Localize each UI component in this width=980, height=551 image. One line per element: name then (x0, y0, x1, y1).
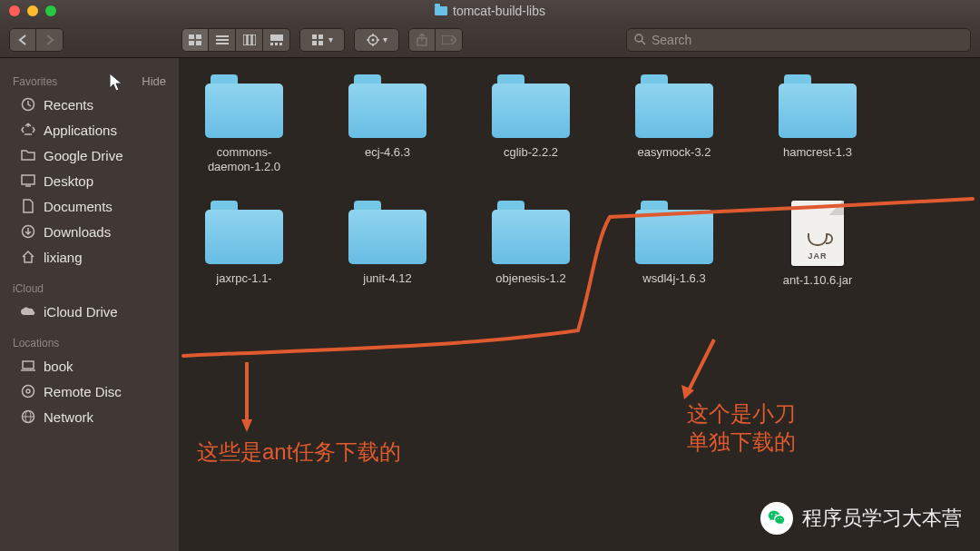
sidebar-section-icloud: iCloud (0, 279, 179, 299)
gallery-view-button[interactable] (263, 28, 290, 52)
toolbar: ▾ ▾ (0, 22, 980, 58)
svg-point-36 (26, 389, 30, 393)
svg-rect-13 (279, 43, 282, 45)
search-field[interactable] (626, 28, 971, 52)
sidebar-item-network[interactable]: Network (0, 404, 179, 429)
file-item-folder[interactable]: jaxrpc-1.1- (197, 201, 291, 288)
file-item-folder[interactable]: hamcrest-1.3 (770, 74, 865, 175)
sidebar-section-locations: Locations (0, 333, 179, 353)
file-label: wsdl4j-1.6.3 (642, 271, 705, 286)
sidebar-item-applications[interactable]: Applications (0, 117, 179, 143)
file-item-folder[interactable]: cglib-2.2.2 (484, 74, 578, 175)
file-label: cglib-2.2.2 (504, 145, 558, 160)
sidebar-item-label: Applications (44, 123, 117, 138)
file-item-folder[interactable]: objenesis-1.2 (484, 201, 578, 288)
sidebar-item-label: Remote Disc (44, 384, 122, 399)
jar-file-icon: JAR (791, 201, 844, 266)
svg-rect-16 (312, 41, 317, 45)
file-label: ecj-4.6.3 (365, 145, 410, 160)
sidebar-item-recents[interactable]: Recents (0, 92, 179, 117)
annotation-text-right: 这个是小刀 单独下载的 (687, 399, 796, 456)
sidebar-item-label: Desktop (44, 173, 93, 189)
minimize-window-button[interactable] (27, 5, 38, 16)
column-view-button[interactable] (236, 28, 263, 52)
sidebar-section-label: iCloud (13, 282, 44, 295)
file-item-folder[interactable]: wsdl4j-1.6.3 (627, 201, 721, 288)
svg-rect-11 (270, 43, 273, 45)
folder-icon (635, 74, 713, 138)
svg-rect-8 (248, 34, 251, 45)
sidebar-item-label: Downloads (44, 224, 111, 240)
svg-rect-7 (243, 34, 247, 45)
svg-point-19 (371, 38, 374, 41)
tags-button[interactable] (436, 28, 463, 52)
svg-rect-15 (318, 34, 323, 39)
svg-point-35 (23, 386, 34, 398)
sidebar-item-label: Recents (44, 97, 93, 113)
desktop-icon (20, 172, 36, 189)
sidebar-item-google-drive[interactable]: Google Drive (0, 143, 179, 168)
sidebar-item-documents[interactable]: Documents (0, 193, 179, 219)
icon-view-button[interactable] (181, 28, 209, 52)
svg-rect-10 (270, 34, 283, 41)
sidebar-section-label: Locations (13, 337, 59, 349)
back-button[interactable] (9, 28, 36, 52)
search-input[interactable] (652, 33, 963, 47)
annotation-text-left: 这些是ant任务下载的 (197, 438, 401, 467)
svg-rect-1 (196, 34, 201, 39)
clock-icon (20, 96, 36, 113)
file-item-folder[interactable]: ecj-4.6.3 (340, 74, 435, 175)
file-item-folder[interactable]: easymock-3.2 (627, 74, 721, 175)
svg-line-28 (642, 41, 645, 44)
list-view-button[interactable] (209, 28, 236, 52)
file-label: commons-daemon-1.2.0 (197, 145, 291, 175)
arrange-button[interactable]: ▾ (299, 28, 345, 52)
sidebar-section-favorites: Favorites Hide (0, 71, 179, 92)
close-window-button[interactable] (9, 5, 20, 16)
traffic-lights (9, 5, 56, 16)
globe-icon (20, 408, 36, 425)
svg-rect-33 (23, 361, 34, 369)
svg-marker-41 (241, 419, 252, 432)
sidebar-item-remote-disc[interactable]: Remote Disc (0, 379, 179, 404)
laptop-icon (20, 358, 36, 374)
sidebar-item-label: Google Drive (44, 148, 123, 163)
sidebar-item-label: Network (44, 409, 93, 425)
action-button[interactable]: ▾ (354, 28, 399, 52)
window-titlebar: tomcat-build-libs (0, 0, 980, 22)
svg-line-42 (687, 339, 714, 394)
folder-icon (348, 201, 426, 264)
file-label: junit-4.12 (363, 271, 411, 286)
svg-rect-2 (189, 41, 194, 45)
forward-button[interactable] (36, 28, 64, 52)
sidebar-item-home[interactable]: lixiang (0, 244, 179, 270)
sidebar-item-desktop[interactable]: Desktop (0, 168, 179, 193)
file-item-folder[interactable]: junit-4.12 (340, 201, 435, 288)
folder-icon (635, 201, 713, 264)
search-icon (634, 34, 646, 45)
svg-point-27 (635, 34, 642, 42)
file-label: jaxrpc-1.1- (216, 271, 271, 286)
maximize-window-button[interactable] (45, 5, 56, 16)
sidebar-item-icloud-drive[interactable]: iCloud Drive (0, 299, 179, 324)
file-browser-area[interactable]: commons-daemon-1.2.0ecj-4.6.3cglib-2.2.2… (179, 58, 980, 551)
folder-icon (435, 6, 447, 15)
share-button[interactable] (408, 28, 436, 52)
wechat-icon (760, 502, 793, 535)
home-icon (20, 249, 36, 265)
sidebar-section-label: Favorites (13, 75, 57, 88)
folder-icon (492, 201, 570, 264)
sidebar-hide-button[interactable]: Hide (142, 74, 166, 88)
sidebar-item-downloads[interactable]: Downloads (0, 219, 179, 244)
disc-icon (20, 383, 36, 399)
sidebar-item-book[interactable]: book (0, 353, 179, 379)
window-title: tomcat-build-libs (435, 4, 545, 18)
folder-icon (205, 74, 283, 138)
folder-icon (492, 74, 570, 138)
file-item-jar[interactable]: JARant-1.10.6.jar (770, 201, 865, 288)
folder-icon (205, 201, 283, 264)
svg-rect-14 (312, 34, 317, 39)
file-item-folder[interactable]: commons-daemon-1.2.0 (197, 74, 291, 175)
sidebar-item-label: Documents (44, 199, 113, 214)
downloads-icon (20, 223, 36, 240)
